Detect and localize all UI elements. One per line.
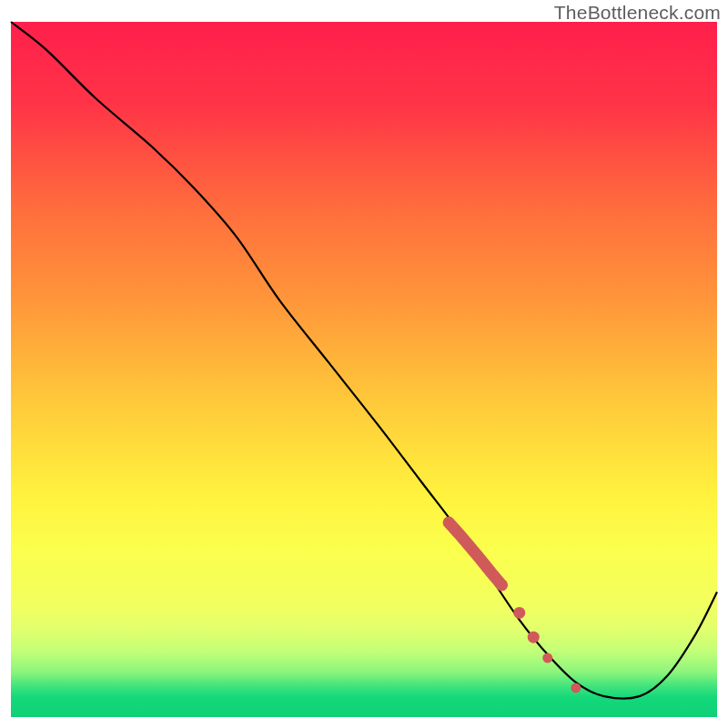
marker-dot xyxy=(542,653,552,663)
heatmap-background xyxy=(11,22,717,717)
marker-dot xyxy=(513,607,525,619)
marker-dot xyxy=(571,682,581,693)
chart-container: TheBottleneck.com xyxy=(0,0,728,728)
marker-dot xyxy=(528,632,540,643)
watermark-text: TheBottleneck.com xyxy=(554,2,721,24)
bottleneck-chart xyxy=(0,0,728,728)
marker-dot xyxy=(496,579,508,591)
